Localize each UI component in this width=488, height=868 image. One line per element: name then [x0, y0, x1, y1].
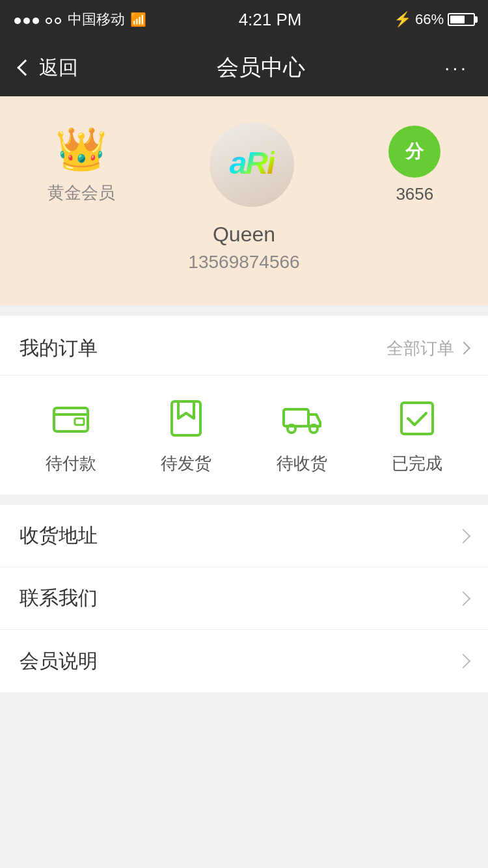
address-label: 收货地址: [20, 522, 98, 549]
contact-chevron-icon: [456, 591, 471, 606]
order-item-pending-receipt[interactable]: 待收货: [277, 395, 327, 475]
svg-rect-6: [401, 403, 433, 434]
wallet-icon: [50, 398, 92, 439]
contact-label: 联系我们: [20, 585, 98, 612]
pending-shipment-label: 待发货: [161, 452, 211, 475]
truck-icon: [281, 398, 323, 439]
profile-phone: 13569874566: [188, 252, 299, 273]
pending-payment-icon-wrapper: [47, 395, 94, 442]
all-orders-chevron-icon: [457, 342, 470, 355]
svg-rect-3: [284, 409, 308, 426]
check-icon: [396, 398, 438, 439]
profile-row: 👑 黄金会员 分 3656: [0, 122, 488, 207]
menu-item-contact[interactable]: 联系我们: [0, 567, 488, 630]
back-button[interactable]: 返回: [20, 55, 78, 81]
points-number: 3656: [396, 184, 433, 204]
battery-icon: [448, 13, 475, 26]
all-orders-button[interactable]: 全部订单: [386, 337, 468, 360]
avatar-container[interactable]: [210, 122, 294, 207]
order-item-pending-payment[interactable]: 待付款: [46, 395, 96, 475]
page-title: 会员中心: [217, 53, 305, 83]
orders-header: 我的订单 全部订单: [0, 316, 488, 375]
completed-label: 已完成: [392, 452, 442, 475]
avatar: [210, 122, 294, 207]
orders-title: 我的订单: [20, 335, 98, 362]
status-left: 中国移动 📶: [13, 10, 146, 29]
wifi-icon: 📶: [130, 12, 146, 27]
pending-payment-label: 待付款: [46, 452, 96, 475]
profile-username: Queen: [213, 223, 275, 247]
menu-list: 收货地址 联系我们 会员说明: [0, 505, 488, 692]
signal-dots: [13, 11, 62, 28]
points-circle: 分: [388, 126, 441, 178]
svg-rect-1: [75, 418, 84, 425]
svg-point-5: [310, 425, 318, 433]
member-badge: 👑 黄金会员: [47, 125, 115, 204]
all-orders-label: 全部订单: [386, 337, 454, 360]
order-icons-row: 待付款 待发货 待收货: [0, 375, 488, 495]
status-time: 4:21 PM: [239, 10, 302, 30]
svg-rect-2: [172, 401, 200, 435]
status-bar: 中国移动 📶 4:21 PM ⚡ 66%: [0, 0, 488, 39]
menu-item-address[interactable]: 收货地址: [0, 505, 488, 567]
member-type-label: 黄金会员: [47, 182, 115, 204]
status-right: ⚡ 66%: [394, 11, 475, 28]
orders-section: 我的订单 全部订单 待付款: [0, 316, 488, 495]
order-item-completed[interactable]: 已完成: [392, 395, 442, 475]
member-info-chevron-icon: [456, 654, 471, 669]
completed-icon-wrapper: [394, 395, 441, 442]
bottom-space: [0, 692, 488, 822]
pending-receipt-label: 待收货: [277, 452, 327, 475]
points-badge: 分 3656: [388, 126, 441, 204]
nav-bar: 返回 会员中心 ···: [0, 39, 488, 96]
carrier-label: 中国移动: [68, 10, 125, 29]
address-chevron-icon: [456, 528, 471, 543]
pending-shipment-icon-wrapper: [163, 395, 210, 442]
pending-receipt-icon-wrapper: [278, 395, 325, 442]
profile-header: 👑 黄金会员 分 3656 Queen 13569874566: [0, 96, 488, 305]
menu-item-member-info[interactable]: 会员说明: [0, 630, 488, 692]
svg-rect-0: [54, 408, 88, 431]
bluetooth-icon: ⚡: [394, 11, 411, 28]
points-char: 分: [405, 139, 424, 164]
order-item-pending-shipment[interactable]: 待发货: [161, 395, 211, 475]
more-button[interactable]: ···: [444, 57, 468, 79]
back-chevron-icon: [17, 59, 33, 75]
section-divider-2: [0, 495, 488, 505]
crown-icon: 👑: [55, 125, 107, 174]
battery-percent: 66%: [415, 11, 444, 28]
back-label: 返回: [39, 55, 78, 81]
member-info-label: 会员说明: [20, 648, 98, 675]
section-divider-1: [0, 305, 488, 316]
svg-point-4: [288, 425, 295, 433]
bookmark-icon: [165, 398, 207, 439]
